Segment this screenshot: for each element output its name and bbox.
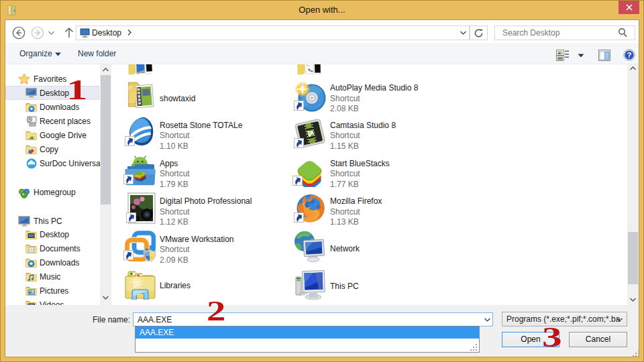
svg-text:?: ? bbox=[627, 51, 631, 59]
